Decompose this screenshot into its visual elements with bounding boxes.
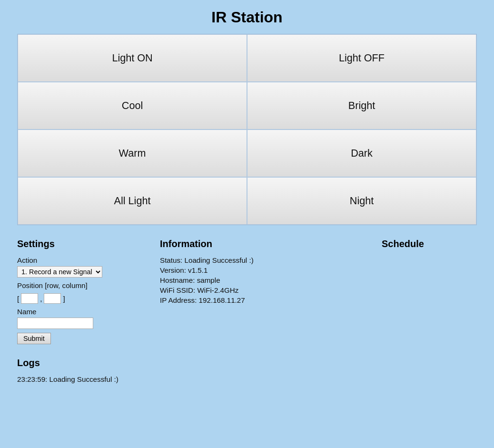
light-on-button[interactable]: Light ON [18, 34, 247, 82]
hostname-line: Hostname: sample [160, 276, 382, 284]
status-line: Status: Loading Successful :) [160, 256, 382, 264]
position-col-input[interactable] [44, 293, 61, 304]
information-heading: Information [160, 239, 382, 249]
settings-heading: Settings [17, 239, 150, 249]
comma: , [40, 295, 42, 303]
schedule-heading: Schedule [382, 239, 477, 249]
logs-section: Logs 23:23:59: Loading Successful :) [17, 358, 477, 393]
wifi-ssid-line: WiFi SSID: WiFi-2.4GHz [160, 286, 382, 294]
bracket-open: [ [17, 295, 19, 303]
name-label: Name [17, 308, 150, 316]
dark-button[interactable]: Dark [247, 129, 476, 177]
night-button[interactable]: Night [247, 177, 476, 225]
bracket-close: ] [63, 295, 65, 303]
action-select[interactable]: 1. Record a new Signal [17, 266, 102, 278]
warm-button[interactable]: Warm [18, 129, 247, 177]
cool-button[interactable]: Cool [18, 82, 247, 129]
version-line: Version: v1.5.1 [160, 266, 382, 274]
settings-panel: Settings Action 1. Record a new Signal P… [17, 239, 150, 344]
logs-heading: Logs [17, 358, 477, 368]
position-row: Position [row, column] [17, 281, 150, 289]
bright-button[interactable]: Bright [247, 82, 476, 129]
page-title: IR Station [0, 0, 494, 34]
submit-button[interactable]: Submit [17, 333, 51, 344]
log-entry: 23:23:59: Loading Successful :) [17, 375, 477, 383]
name-input[interactable] [17, 318, 93, 329]
position-row-input[interactable] [21, 293, 38, 304]
button-grid: Light ON Light OFF Cool Bright Warm Dark… [17, 34, 477, 225]
all-light-button[interactable]: All Light [18, 177, 247, 225]
schedule-panel: Schedule [382, 239, 477, 344]
information-panel: Information Status: Loading Successful :… [150, 239, 382, 344]
position-label: Position [row, column] [17, 281, 88, 289]
light-off-button[interactable]: Light OFF [247, 34, 476, 82]
bottom-section: Settings Action 1. Record a new Signal P… [17, 239, 477, 344]
ip-address-line: IP Address: 192.168.11.27 [160, 296, 382, 304]
position-inputs: [ , ] [17, 293, 150, 304]
action-label: Action [17, 256, 150, 264]
